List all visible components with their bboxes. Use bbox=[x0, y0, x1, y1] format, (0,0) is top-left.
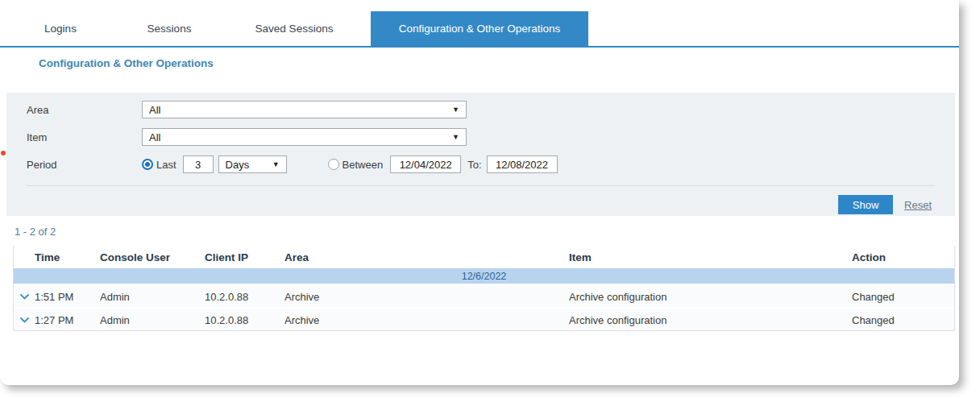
main-window: Logins Sessions Saved Sessions Configura… bbox=[0, 0, 959, 385]
row-time: 1:27 PM bbox=[35, 314, 100, 326]
filter-actions: Show Reset bbox=[6, 195, 955, 214]
last-radio[interactable] bbox=[142, 159, 153, 170]
date-group-row: 12/6/2022 bbox=[14, 268, 954, 284]
row-client-ip: 10.2.0.88 bbox=[205, 291, 284, 303]
column-header-area: Area bbox=[284, 251, 569, 263]
show-button[interactable]: Show bbox=[838, 195, 893, 214]
last-radio-label: Last bbox=[156, 159, 176, 171]
between-radio[interactable] bbox=[328, 159, 339, 170]
row-client-ip: 10.2.0.88 bbox=[205, 314, 284, 326]
table-row: 1:27 PM Admin 10.2.0.88 Archive Archive … bbox=[14, 307, 954, 330]
column-header-time: Time bbox=[35, 251, 100, 263]
period-unit-value: Days bbox=[226, 159, 250, 171]
row-area: Archive bbox=[284, 291, 569, 303]
filter-panel: Area All ▼ Item All ▼ Period Last Days ▼… bbox=[6, 93, 955, 216]
item-select[interactable]: All ▼ bbox=[142, 128, 467, 146]
area-select-value: All bbox=[149, 104, 160, 116]
tab-logins[interactable]: Logins bbox=[28, 11, 93, 46]
tab-bar: Logins Sessions Saved Sessions Configura… bbox=[0, 11, 959, 48]
row-time: 1:51 PM bbox=[35, 291, 100, 303]
row-action: Changed bbox=[852, 291, 954, 303]
dropdown-arrow-icon: ▼ bbox=[452, 133, 459, 141]
expand-row-button[interactable] bbox=[14, 294, 35, 300]
column-header-action: Action bbox=[852, 251, 954, 263]
between-radio-label: Between bbox=[343, 159, 384, 171]
filter-divider bbox=[27, 185, 935, 186]
column-header-item: Item bbox=[569, 251, 852, 263]
expand-row-button[interactable] bbox=[14, 317, 35, 323]
area-label: Area bbox=[6, 104, 142, 116]
tab-saved-sessions[interactable]: Saved Sessions bbox=[250, 11, 338, 46]
tab-sessions[interactable]: Sessions bbox=[133, 11, 206, 46]
column-header-client-ip: Client IP bbox=[205, 251, 284, 263]
column-header-console-user: Console User bbox=[100, 251, 205, 263]
page-title: Configuration & Other Operations bbox=[39, 57, 214, 69]
area-select[interactable]: All ▼ bbox=[142, 101, 467, 118]
tab-configuration-other-operations[interactable]: Configuration & Other Operations bbox=[371, 11, 588, 46]
chevron-down-icon bbox=[20, 294, 29, 300]
item-select-value: All bbox=[149, 131, 160, 143]
red-marker-icon bbox=[1, 151, 6, 155]
item-filter-row: Item All ▼ bbox=[6, 127, 955, 147]
table-row: 1:51 PM Admin 10.2.0.88 Archive Archive … bbox=[14, 284, 954, 307]
period-label: Period bbox=[6, 159, 142, 171]
between-to-input[interactable] bbox=[487, 155, 558, 173]
row-item: Archive configuration bbox=[569, 314, 852, 326]
chevron-down-icon bbox=[20, 317, 29, 323]
row-action: Changed bbox=[852, 314, 954, 326]
last-count-input[interactable] bbox=[183, 155, 214, 173]
table-header-row: Time Console User Client IP Area Item Ac… bbox=[14, 246, 954, 268]
results-count: 1 - 2 of 2 bbox=[15, 226, 56, 238]
dropdown-arrow-icon: ▼ bbox=[272, 160, 280, 168]
dropdown-arrow-icon: ▼ bbox=[452, 106, 459, 114]
row-console-user: Admin bbox=[100, 314, 205, 326]
item-label: Item bbox=[6, 131, 142, 143]
row-area: Archive bbox=[284, 314, 569, 326]
results-table: Time Console User Client IP Area Item Ac… bbox=[13, 246, 955, 331]
row-item: Archive configuration bbox=[569, 291, 852, 303]
between-from-input[interactable] bbox=[390, 155, 461, 173]
row-console-user: Admin bbox=[100, 291, 205, 303]
reset-link[interactable]: Reset bbox=[904, 199, 932, 211]
to-label: To: bbox=[467, 159, 481, 171]
period-filter-row: Period Last Days ▼ Between To: bbox=[6, 155, 955, 174]
period-unit-select[interactable]: Days ▼ bbox=[218, 155, 287, 173]
area-filter-row: Area All ▼ bbox=[6, 100, 955, 119]
